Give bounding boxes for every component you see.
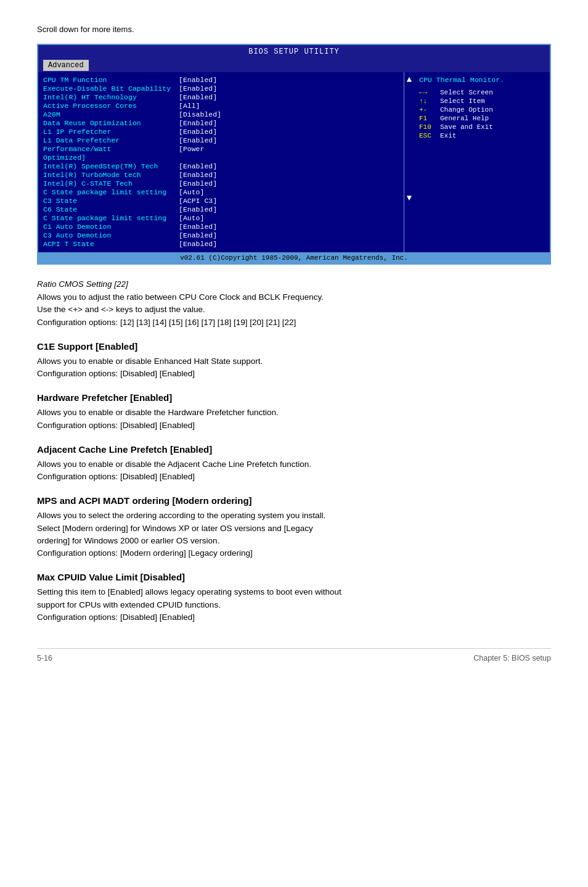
bios-item-name: Data Reuse Optimization [43,119,179,127]
bios-item-name: C3 Auto Demotion [43,231,179,239]
bios-nav-label: Save and Exit [440,123,493,131]
ratio-line: Use the <+> and <-> keys to adjust the v… [37,303,551,316]
section-body: Allows you to enable or disable the Hard… [37,406,551,432]
section-title: MPS and ACPI MADT ordering [Modern order… [37,495,551,506]
bios-nav-label: Exit [440,132,456,139]
bios-item-value: [Enabled] [179,119,217,127]
section-title: Max CPUID Value Limit [Disabled] [37,572,551,582]
ratio-heading: Ratio CMOS Setting [22] [37,279,551,289]
bios-item-name: ACPI T State [43,240,179,248]
bios-item-name: C3 State [43,197,179,205]
content-section: MPS and ACPI MADT ordering [Modern order… [37,495,551,559]
bios-item-row: L1 Data Prefetcher[Enabled] [43,136,399,144]
bios-nav-label: Change Option [440,106,493,113]
bios-item-name: Intel(R) HT Technology [43,93,179,101]
bios-item-row: C3 Auto Demotion[Enabled] [43,231,399,239]
bios-item-name: C6 State [43,205,179,213]
bios-item-value: [Auto] [179,188,204,196]
bios-item-name: Active Processor Cores [43,102,179,110]
bios-nav-key: F1 [419,115,438,122]
section-line: Configuration options: [Disabled] [Enabl… [37,368,551,380]
bios-item-value: [Enabled] [179,93,217,101]
section-line: Setting this item to [Enabled] allows le… [37,586,551,598]
bios-item-row: Active Processor Cores[All] [43,102,399,110]
section-title: C1E Support [Enabled] [37,341,551,352]
bios-help-text: CPU Thermal Monitor. [419,76,545,84]
section-body: Allows you to enable or disable Enhanced… [37,355,551,381]
bios-item-row: CPU TM Function[Enabled] [43,76,399,84]
bios-item-row: Intel(R) TurboMode tech[Enabled] [43,171,399,179]
bios-item-value: [Enabled] [179,85,217,93]
bios-tabs: Advanced [38,59,550,72]
scroll-note: Scroll down for more items. [37,25,551,34]
bios-nav-row: +-Change Option [419,106,545,113]
ratio-section: Ratio CMOS Setting [22] Allows you to ad… [37,279,551,329]
bios-nav-row: ←→Select Screen [419,89,545,96]
bios-item-name: C1 Auto Demotion [43,223,179,231]
bios-nav-row: ESCExit [419,132,545,139]
bios-item-name: Optimized] [43,154,179,162]
bios-item-value: [Enabled] [179,223,217,231]
bios-nav-key: ←→ [419,89,438,96]
bios-item-name: Intel(R) SpeedStep(TM) Tech [43,162,179,170]
bios-item-name: C State package limit setting [43,188,179,196]
bios-nav-row: F10Save and Exit [419,123,545,131]
section-line: Allows you to enable or disable Enhanced… [37,355,551,368]
bios-items-panel: CPU TM Function[Enabled]Execute-Disable … [38,72,404,252]
bios-item-row: C6 State[Enabled] [43,205,399,213]
bios-item-row: C State package limit setting[Auto] [43,188,399,196]
section-line: Configuration options: [Disabled] [Enabl… [37,419,551,432]
bios-item-value: [All] [179,102,200,110]
section-body: Setting this item to [Enabled] allows le… [37,586,551,624]
bios-item-value: [Disabled] [179,110,221,118]
bios-nav-key: ESC [419,132,438,139]
bios-tab-advanced[interactable]: Advanced [43,60,89,71]
bios-item-value: [Enabled] [179,128,217,136]
content-section: Max CPUID Value Limit [Disabled]Setting … [37,572,551,624]
section-title: Adjacent Cache Line Prefetch [Enabled] [37,444,551,455]
bios-nav-row: F1General Help [419,115,545,122]
bios-item-row: Execute-Disable Bit Capability[Enabled] [43,85,399,93]
section-line: Configuration options: [Disabled] [Enabl… [37,611,551,624]
ratio-body: Allows you to adjust the ratio between C… [37,291,551,329]
bios-item-name: Performance/Watt [43,145,179,153]
bios-item-value: [Enabled] [179,240,217,248]
section-line: Configuration options: [Modern ordering]… [37,547,551,559]
bios-item-row: C State package limit setting[Auto] [43,214,399,222]
footer-right: Chapter 5: BIOS setup [473,654,551,662]
bios-box: BIOS SETUP UTILITY Advanced CPU TM Funct… [37,44,551,265]
bios-nav-label: Select Screen [440,89,493,96]
bios-item-name: Intel(R) C-STATE Tech [43,179,179,188]
bios-item-value: [Power [179,145,204,153]
page-footer: 5-16 Chapter 5: BIOS setup [37,648,551,662]
section-line: Select [Modern ordering] for Windows XP … [37,522,551,535]
bios-item-row: Data Reuse Optimization[Enabled] [43,119,399,127]
bios-item-row: L1 IP Prefetcher[Enabled] [43,128,399,136]
bios-item-value: [Enabled] [179,162,217,170]
section-line: support for CPUs with extended CPUID fun… [37,599,551,611]
bios-item-row: A20M[Disabled] [43,110,399,118]
bios-nav-key: ↑↓ [419,97,438,105]
bios-scroll-bar[interactable]: ▲▼ [404,72,414,252]
section-title: Hardware Prefetcher [Enabled] [37,392,551,403]
bios-item-value: [Enabled] [179,136,217,144]
bios-item-value: [Enabled] [179,179,217,188]
ratio-line: Allows you to adjust the ratio between C… [37,291,551,303]
content-section: C1E Support [Enabled]Allows you to enabl… [37,341,551,381]
bios-item-row: Optimized] [43,154,399,162]
bios-help-panel: CPU Thermal Monitor. ←→Select Screen↑↓Se… [414,72,550,252]
bios-item-value: [Enabled] [179,231,217,239]
bios-body: CPU TM Function[Enabled]Execute-Disable … [38,72,550,252]
bios-item-row: C3 State[ACPI C3] [43,197,399,205]
bios-nav: ←→Select Screen↑↓Select Item+-Change Opt… [419,89,545,139]
content-section: Adjacent Cache Line Prefetch [Enabled]Al… [37,444,551,484]
section-body: Allows you to select the ordering accord… [37,510,551,559]
ratio-line: Configuration options: [12] [13] [14] [1… [37,316,551,329]
bios-item-name: C State package limit setting [43,214,179,222]
bios-item-value: [Enabled] [179,76,217,84]
bios-item-row: Intel(R) SpeedStep(TM) Tech[Enabled] [43,162,399,170]
bios-nav-key: F10 [419,123,438,131]
bios-nav-row: ↑↓Select Item [419,97,545,105]
bios-item-name: L1 IP Prefetcher [43,128,179,136]
bios-nav-key: +- [419,106,438,113]
